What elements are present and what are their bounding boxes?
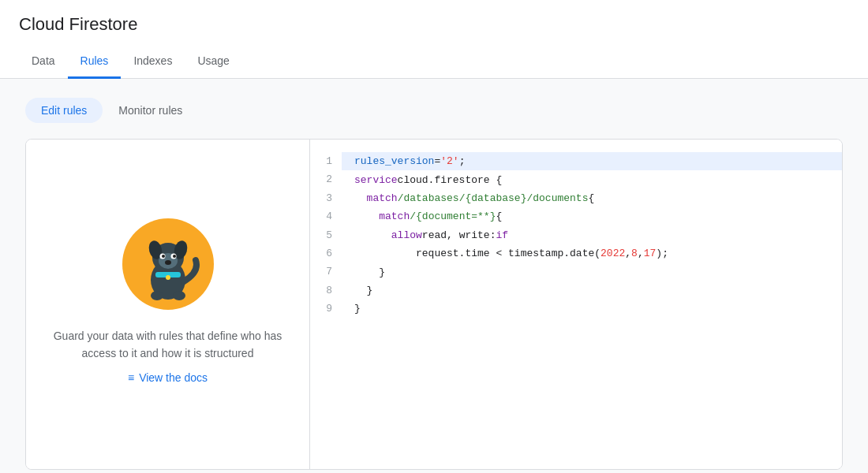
tab-indexes[interactable]: Indexes [121,47,185,79]
svg-point-10 [165,260,171,265]
svg-point-8 [162,255,165,258]
code-area: 1 2 3 4 5 6 7 8 9 rules_version = '2'; [310,140,842,469]
svg-point-13 [151,291,163,300]
line-num-7: 7 [323,263,332,281]
tab-data[interactable]: Data [19,47,68,79]
code-line-2: service cloud.firestore { [342,170,842,188]
code-line-5: allow read, write: if [342,226,842,244]
editor-container: Guard your data with rules that define w… [25,139,843,470]
line-num-2: 2 [323,170,332,188]
page-header: Cloud Firestore Data Rules Indexes Usage [0,0,868,79]
tab-usage[interactable]: Usage [185,47,241,79]
tab-rules[interactable]: Rules [68,47,122,79]
view-docs-link[interactable]: ≡ View the docs [128,371,208,384]
code-line-7: } [342,263,842,281]
line-num-6: 6 [323,244,332,263]
sub-tab-edit-rules[interactable]: Edit rules [25,98,103,123]
sub-tab-bar: Edit rules Monitor rules [25,98,843,123]
line-num-9: 9 [323,300,332,318]
app-title: Cloud Firestore [19,14,849,35]
docs-link-text: View the docs [139,371,208,384]
line-num-8: 8 [323,281,332,300]
svg-point-14 [173,291,185,300]
line-num-3: 3 [323,189,332,207]
main-nav: Data Rules Indexes Usage [19,46,849,78]
code-line-8: } [342,281,842,300]
token: rules_version [354,155,434,167]
code-editor[interactable]: 1 2 3 4 5 6 7 8 9 rules_version = '2'; [310,140,842,469]
code-line-3: match /databases/{database}/documents { [342,189,842,207]
code-line-1: rules_version = '2'; [342,152,842,170]
main-content: Edit rules Monitor rules [0,79,868,473]
code-line-4: match /{document=**} { [342,207,842,225]
line-num-5: 5 [323,226,332,244]
code-line-6: request.time < timestamp.date(2022, 8, 1… [342,244,842,263]
code-line-9: } [342,300,842,318]
dog-illustration [121,217,215,311]
svg-point-12 [166,275,170,280]
left-panel-description: Guard your data with rules that define w… [50,327,286,363]
svg-point-9 [173,255,176,258]
line-num-1: 1 [323,152,332,170]
line-num-4: 4 [323,207,332,225]
sub-tab-monitor-rules[interactable]: Monitor rules [103,98,198,123]
left-panel: Guard your data with rules that define w… [26,140,310,469]
code-content: rules_version = '2'; service cloud.fires… [342,140,842,469]
docs-icon: ≡ [128,371,134,384]
line-numbers: 1 2 3 4 5 6 7 8 9 [310,140,342,469]
token: service [354,174,398,186]
